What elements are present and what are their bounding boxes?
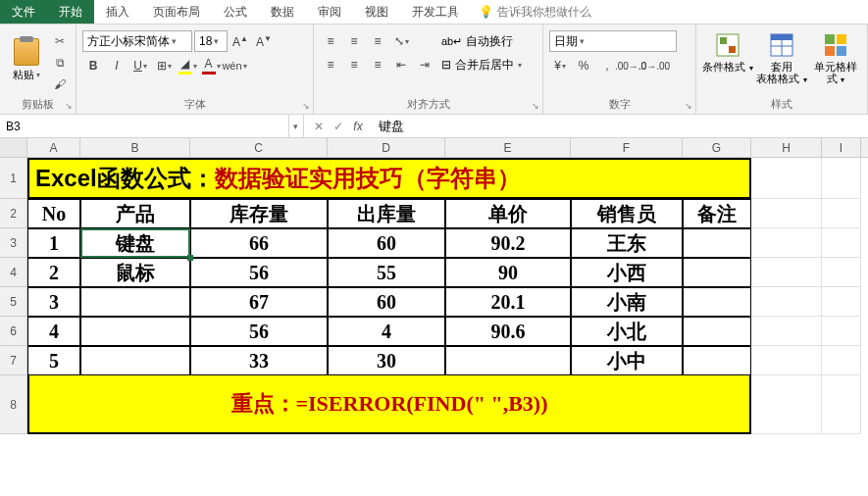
cell-styles-button[interactable]: 单元格样式 ▾ — [810, 27, 861, 95]
cell-product[interactable]: 鼠标 — [80, 258, 190, 287]
cell-note[interactable] — [683, 346, 751, 375]
cell[interactable] — [751, 317, 822, 346]
cell-product[interactable] — [80, 346, 190, 375]
cell-out[interactable]: 55 — [328, 258, 445, 287]
cell-stock[interactable]: 33 — [190, 346, 328, 375]
chevron-down-icon[interactable]: ▾ — [288, 115, 303, 137]
cell-out[interactable]: 30 — [328, 346, 445, 375]
name-box-input[interactable] — [0, 120, 288, 133]
cell-no[interactable]: 5 — [27, 346, 80, 375]
align-top-button[interactable]: ≡ — [320, 30, 341, 52]
tab-insert[interactable]: 插入 — [94, 0, 141, 24]
cell-out[interactable]: 60 — [328, 228, 445, 258]
orientation-button[interactable]: ⤡ — [390, 30, 412, 52]
row-header[interactable]: 7 — [0, 346, 27, 375]
row-header[interactable]: 3 — [0, 228, 27, 258]
format-painter-button[interactable]: 🖌 — [50, 74, 70, 94]
decrease-font-button[interactable]: A▼ — [253, 30, 275, 52]
cell-note[interactable] — [683, 228, 751, 258]
cell-sales[interactable]: 王东 — [571, 228, 683, 258]
paste-button[interactable]: 粘贴▾ — [6, 27, 47, 92]
cell[interactable] — [822, 228, 861, 258]
font-color-button[interactable]: A — [200, 55, 222, 76]
clipboard-dialog-launcher[interactable]: ↘ — [65, 101, 73, 111]
cell[interactable] — [822, 258, 861, 287]
cell-no[interactable]: 3 — [27, 287, 80, 317]
cell-price[interactable]: 90 — [445, 258, 571, 287]
cell-note[interactable] — [683, 317, 751, 346]
tab-view[interactable]: 视图 — [353, 0, 400, 24]
cell-price[interactable]: 90.2 — [445, 228, 571, 258]
align-middle-button[interactable]: ≡ — [343, 30, 365, 52]
row-header[interactable]: 5 — [0, 287, 27, 317]
row-header[interactable]: 4 — [0, 258, 27, 287]
cell[interactable] — [751, 258, 822, 287]
tab-developer[interactable]: 开发工具 — [400, 0, 471, 24]
col-header[interactable]: C — [190, 138, 328, 157]
align-center-button[interactable]: ≡ — [343, 54, 365, 75]
cell[interactable] — [822, 346, 861, 375]
cell-product[interactable] — [80, 287, 190, 317]
merge-center-button[interactable]: 合并后居中 — [455, 57, 514, 74]
font-name-combo[interactable]: 方正小标宋简体▾ — [82, 30, 192, 52]
tab-formulas[interactable]: 公式 — [212, 0, 259, 24]
tab-home[interactable]: 开始 — [47, 0, 94, 24]
col-header[interactable]: E — [445, 138, 571, 157]
align-left-button[interactable]: ≡ — [320, 54, 341, 75]
conditional-formatting-button[interactable]: 条件格式 ▾ — [702, 27, 753, 95]
cell[interactable] — [751, 287, 822, 317]
col-header[interactable]: H — [751, 138, 822, 157]
number-dialog-launcher[interactable]: ↘ — [685, 101, 692, 111]
row-header[interactable]: 6 — [0, 317, 27, 346]
fill-color-button[interactable]: ◢ — [177, 55, 198, 76]
tab-review[interactable]: 审阅 — [306, 0, 353, 24]
format-as-table-button[interactable]: 套用 表格格式 ▾ — [756, 27, 807, 95]
col-header[interactable]: F — [571, 138, 683, 157]
tab-file[interactable]: 文件 — [0, 0, 47, 24]
tab-data[interactable]: 数据 — [259, 0, 306, 24]
cell[interactable] — [751, 158, 822, 199]
tab-page-layout[interactable]: 页面布局 — [141, 0, 212, 24]
number-format-combo[interactable]: 日期▾ — [549, 30, 677, 52]
cell-stock[interactable]: 56 — [190, 258, 328, 287]
select-all-corner[interactable] — [0, 138, 27, 157]
increase-font-button[interactable]: A▲ — [230, 30, 251, 52]
cell-sales[interactable]: 小南 — [571, 287, 683, 317]
font-size-combo[interactable]: 18▾ — [194, 30, 228, 52]
cell-out[interactable]: 60 — [328, 287, 445, 317]
cell-price[interactable]: 90.6 — [445, 317, 571, 346]
alignment-dialog-launcher[interactable]: ↘ — [532, 101, 539, 111]
increase-indent-button[interactable]: ⇥ — [414, 54, 435, 75]
cell-price[interactable]: 20.1 — [445, 287, 571, 317]
row-header[interactable]: 1 — [0, 158, 27, 199]
cell-note[interactable] — [683, 258, 751, 287]
copy-button[interactable]: ⧉ — [50, 53, 70, 73]
cell[interactable] — [751, 346, 822, 375]
col-header[interactable]: B — [80, 138, 190, 157]
cell-price[interactable] — [445, 346, 571, 375]
cell[interactable] — [751, 228, 822, 258]
formula-bar-input[interactable] — [373, 115, 868, 137]
cell-stock[interactable]: 56 — [190, 317, 328, 346]
cell-product[interactable] — [80, 317, 190, 346]
cell[interactable] — [822, 199, 861, 228]
cell-product[interactable]: 键盘 — [80, 228, 190, 258]
cell[interactable] — [822, 317, 861, 346]
cell-stock[interactable]: 67 — [190, 287, 328, 317]
name-box[interactable]: ▾ — [0, 115, 304, 137]
cell-note[interactable] — [683, 287, 751, 317]
worksheet-grid[interactable]: A B C D E F G H I 12345678 Excel函数公式： 数据… — [0, 138, 868, 491]
cut-button[interactable]: ✂ — [50, 31, 70, 51]
cell[interactable] — [751, 375, 822, 434]
italic-button[interactable]: I — [106, 55, 128, 76]
cell-sales[interactable]: 小西 — [571, 258, 683, 287]
wrap-text-button[interactable]: 自动换行 — [466, 33, 513, 50]
cell-no[interactable]: 1 — [27, 228, 80, 258]
cell[interactable] — [822, 375, 861, 434]
cell-no[interactable]: 2 — [27, 258, 80, 287]
align-right-button[interactable]: ≡ — [367, 54, 388, 75]
align-bottom-button[interactable]: ≡ — [367, 30, 388, 52]
bold-button[interactable]: B — [82, 55, 104, 76]
cell[interactable] — [822, 287, 861, 317]
decrease-decimal-button[interactable]: .0→.00 — [643, 55, 665, 76]
